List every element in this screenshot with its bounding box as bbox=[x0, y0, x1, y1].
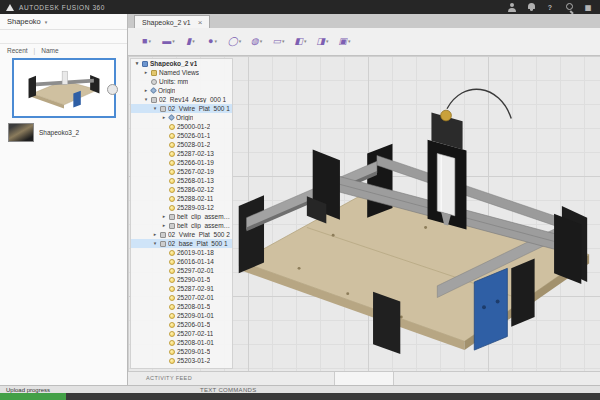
browser-tree-row[interactable]: ▸ Origin bbox=[131, 86, 232, 95]
browser-tree-row[interactable]: 25288-02-11 bbox=[131, 194, 232, 203]
browser-tree-row[interactable]: ▸ 02_Vwire_Plat_500 2 bbox=[131, 230, 232, 239]
browser-tree-row[interactable]: 25028-01-2 bbox=[131, 140, 232, 149]
expand-arrow-icon[interactable]: ▸ bbox=[161, 214, 167, 219]
browser-tree-row[interactable]: 25203-01-2 bbox=[131, 356, 232, 365]
help-icon[interactable]: ? bbox=[544, 2, 556, 13]
browser-tree-row[interactable]: ▸ belt_clip_assembly 1 bbox=[131, 212, 232, 221]
sort-by-name[interactable]: Name bbox=[41, 47, 58, 54]
browser-tree-row[interactable]: 25206-01-5 bbox=[131, 320, 232, 329]
browser-tree-row[interactable]: 25289-03-12 bbox=[131, 203, 232, 212]
tree-item-icon[interactable] bbox=[169, 295, 175, 301]
browser-tree-row[interactable]: ▾ 02_Rev14_Assy_000 1 bbox=[131, 95, 232, 104]
tree-item-icon[interactable] bbox=[169, 322, 175, 328]
tree-item-icon[interactable] bbox=[169, 187, 175, 193]
expand-arrow-icon[interactable]: ▾ bbox=[152, 106, 158, 111]
browser-tree-row[interactable]: 25268-01-13 bbox=[131, 176, 232, 185]
plane-icon[interactable]: ▬▾ bbox=[160, 33, 177, 48]
symmetry-icon[interactable]: ◨▾ bbox=[314, 33, 331, 48]
tree-item-icon[interactable] bbox=[169, 358, 175, 364]
tree-item-icon[interactable] bbox=[160, 241, 166, 247]
browser-tree-row[interactable]: ▾ 02_base_Plat_500 1 bbox=[131, 239, 232, 248]
tree-item-icon[interactable] bbox=[169, 277, 175, 283]
browser-tree-row[interactable]: 25267-02-19 bbox=[131, 167, 232, 176]
project-card[interactable]: Shapeoko3_2 bbox=[8, 123, 119, 142]
apps-icon[interactable]: ▦ bbox=[582, 2, 594, 13]
project-card-selected[interactable] bbox=[12, 58, 116, 118]
browser-tree-row[interactable]: 26016-01-14 bbox=[131, 257, 232, 266]
sphere-icon[interactable]: ●▾ bbox=[204, 33, 221, 48]
model-canvas[interactable]: ▾ Shapeoko_2 v1 ▸ Named Views Units: mm … bbox=[128, 56, 600, 385]
shapeoko-model[interactable] bbox=[228, 62, 594, 354]
activity-feed-label[interactable]: ACTIVITY FEED bbox=[146, 375, 192, 381]
tree-item-icon[interactable] bbox=[169, 214, 175, 220]
expand-arrow-icon[interactable]: ▸ bbox=[143, 88, 149, 93]
tree-item-icon[interactable] bbox=[169, 178, 175, 184]
tree-item-icon[interactable] bbox=[160, 106, 166, 112]
filter-recent[interactable]: Recent bbox=[7, 47, 28, 54]
tree-item-icon[interactable] bbox=[169, 349, 175, 355]
tree-item-icon[interactable] bbox=[169, 268, 175, 274]
project-selector[interactable]: Shapeoko ▾ bbox=[0, 14, 127, 30]
front-plate-left[interactable] bbox=[373, 292, 400, 354]
close-icon[interactable]: × bbox=[198, 18, 203, 27]
user-icon[interactable] bbox=[506, 2, 518, 13]
expand-arrow-icon[interactable]: ▾ bbox=[152, 241, 158, 246]
browser-tree-row[interactable]: 25286-02-12 bbox=[131, 185, 232, 194]
tree-item-icon[interactable] bbox=[169, 142, 175, 148]
tree-item-icon[interactable] bbox=[168, 114, 175, 121]
tree-item-icon[interactable] bbox=[169, 313, 175, 319]
tree-item-icon[interactable] bbox=[169, 151, 175, 157]
tree-item-icon[interactable] bbox=[169, 259, 175, 265]
tab-shapeoko-2-v1[interactable]: Shapeoko_2 v1 × bbox=[134, 15, 210, 28]
browser-tree-row[interactable]: 25290-01-5 bbox=[131, 275, 232, 284]
browser-tree-row[interactable]: 25209-01-5 bbox=[131, 347, 232, 356]
tree-item-icon[interactable] bbox=[151, 97, 157, 103]
browser-tree-row[interactable]: 25208-01-5 bbox=[131, 302, 232, 311]
blue-end-plate[interactable] bbox=[474, 268, 507, 350]
browser-tree-row[interactable]: ▸ Named Views bbox=[131, 68, 232, 77]
torus-icon[interactable]: ◯▾ bbox=[226, 33, 243, 48]
browser-tree-row[interactable]: 26019-01-18 bbox=[131, 248, 232, 257]
tree-item-icon[interactable] bbox=[169, 205, 175, 211]
face-icon[interactable]: ◧▾ bbox=[292, 33, 309, 48]
pipe-icon[interactable]: ▭▾ bbox=[270, 33, 287, 48]
browser-tree-row[interactable]: Units: mm bbox=[131, 77, 232, 86]
browser-tree-row[interactable]: 25208-01-01 bbox=[131, 338, 232, 347]
browser-tree-row[interactable]: ▸ Origin bbox=[131, 113, 232, 122]
expand-arrow-icon[interactable]: ▸ bbox=[152, 232, 158, 237]
tree-item-icon[interactable] bbox=[151, 70, 157, 76]
gantry-plate-right[interactable] bbox=[554, 214, 581, 284]
front-plate-mid[interactable] bbox=[511, 259, 534, 327]
browser-tree-row[interactable]: 25209-01-01 bbox=[131, 311, 232, 320]
browser-tree-row[interactable]: 25287-02-91 bbox=[131, 284, 232, 293]
expand-arrow-icon[interactable]: ▾ bbox=[134, 61, 140, 66]
browser-tree-row[interactable]: 25000-01-2 bbox=[131, 122, 232, 131]
tree-item-icon[interactable] bbox=[160, 232, 166, 238]
browser-tree-row[interactable]: 25207-02-01 bbox=[131, 293, 232, 302]
display-icon[interactable]: ▣▾ bbox=[336, 33, 353, 48]
browser-tree-row[interactable]: 25026-01-1 bbox=[131, 131, 232, 140]
expand-arrow-icon[interactable]: ▸ bbox=[161, 223, 167, 228]
tree-item-icon[interactable] bbox=[169, 250, 175, 256]
spindle-body[interactable] bbox=[437, 153, 455, 215]
tree-item-icon[interactable] bbox=[151, 79, 157, 85]
browser-tree-row[interactable]: ▾ 02_Vwire_Plat_500 1 bbox=[131, 104, 232, 113]
tree-item-icon[interactable] bbox=[169, 304, 175, 310]
browser-tree-row[interactable]: 25207-02-11 bbox=[131, 329, 232, 338]
end-plate-back[interactable] bbox=[367, 144, 392, 218]
cylinder-icon[interactable]: ▮▾ bbox=[182, 33, 199, 48]
quadball-icon[interactable]: ◍▾ bbox=[248, 33, 265, 48]
tree-item-icon[interactable] bbox=[169, 331, 175, 337]
expand-arrow-icon[interactable]: ▸ bbox=[143, 70, 149, 75]
expand-arrow-icon[interactable]: ▾ bbox=[143, 97, 149, 102]
tree-item-icon[interactable] bbox=[169, 169, 175, 175]
tree-item-icon[interactable] bbox=[169, 133, 175, 139]
notifications-icon[interactable] bbox=[525, 2, 537, 13]
tree-item-icon[interactable] bbox=[169, 286, 175, 292]
tree-item-icon[interactable] bbox=[169, 124, 175, 130]
end-plate-left[interactable] bbox=[239, 195, 264, 273]
tree-item-icon[interactable] bbox=[150, 87, 157, 94]
box-icon[interactable]: ■▾ bbox=[138, 33, 155, 48]
tree-item-icon[interactable] bbox=[169, 223, 175, 229]
tree-item-icon[interactable] bbox=[169, 196, 175, 202]
